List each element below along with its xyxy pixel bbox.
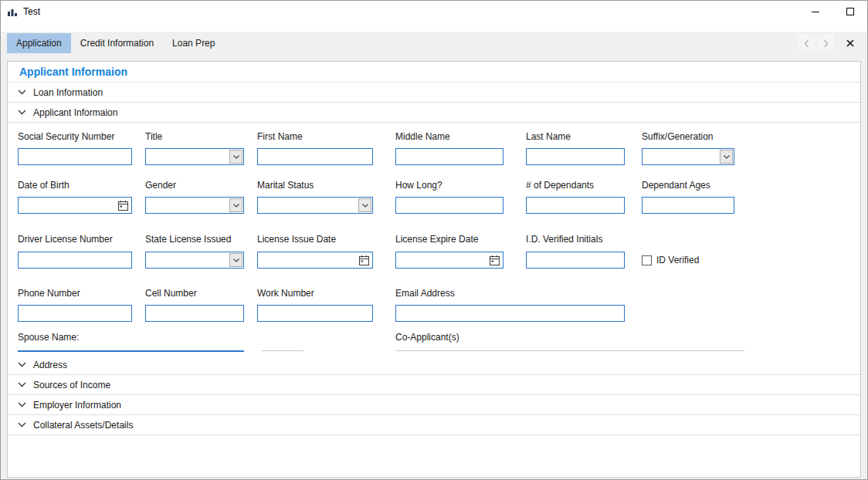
gender-select[interactable] [145, 197, 244, 214]
chevron-down-icon [18, 422, 26, 428]
social-security-number-label: Social Security Number [18, 131, 114, 142]
tab-navigation [798, 35, 860, 52]
last-name-input[interactable] [526, 148, 625, 165]
checkbox-label: ID Verified [656, 255, 699, 265]
social-security-number-input[interactable] [18, 148, 132, 165]
cell-number-input[interactable] [145, 305, 244, 322]
section-employer-information[interactable]: Employer Information [8, 395, 860, 415]
gender-label: Gender [145, 180, 176, 191]
minimize-button[interactable] [798, 1, 832, 22]
license-expire-date-label: License Expire Date [395, 234, 478, 245]
section-applicant-information[interactable]: Applicant Informaion [8, 103, 860, 123]
date-of-birth-label: Date of Birth [18, 180, 70, 191]
first-name-input[interactable] [257, 148, 373, 165]
section-loan-information[interactable]: Loan Information [8, 83, 860, 103]
panel-title-row: Applicant Informaion [8, 62, 860, 83]
calendar-icon [490, 255, 500, 265]
middle-name-input[interactable] [395, 148, 504, 165]
co-applicant-s-label: Co-Applicant(s) [395, 332, 459, 343]
co-applicant-s-underline-field[interactable] [395, 350, 744, 351]
chevron-down-icon [724, 155, 730, 159]
chevron-down-icon [233, 204, 239, 208]
state-license-issued-dropdown-button[interactable] [229, 253, 242, 267]
tab-bar: ApplicationCredit InformationLoan Prep [7, 32, 224, 55]
last-name-label: Last Name [526, 131, 571, 142]
content-panel: Applicant Informaion Loan Information Ap… [7, 61, 861, 478]
driver-license-number-input[interactable] [18, 252, 132, 269]
chevron-down-icon [233, 259, 239, 262]
section-sources-of-income[interactable]: Sources of Income [8, 375, 860, 395]
state-license-issued-label: State License Issued [145, 234, 231, 245]
cell-number-label: Cell Number [145, 288, 197, 299]
first-name-label: First Name [257, 131, 303, 142]
minimize-icon [812, 8, 819, 15]
section-label: Sources of Income [33, 380, 110, 390]
page-title: Applicant Informaion [19, 66, 127, 78]
title-label: Title [145, 131, 162, 142]
title-bar: Test [1, 1, 867, 22]
section-label: Collateral Assets/Details [33, 420, 133, 431]
marital-status-select[interactable] [257, 197, 373, 214]
i-d-verified-initials-input[interactable] [526, 252, 625, 269]
marital-status-dropdown-button[interactable] [358, 198, 371, 212]
work-number-input[interactable] [257, 305, 373, 322]
section-label: Address [33, 360, 67, 370]
calendar-icon [359, 255, 369, 265]
date-of-birth-calendar-button[interactable] [117, 200, 128, 211]
app-icon [6, 5, 19, 18]
section-label: Loan Information [33, 87, 103, 98]
spouse-name-underline-field[interactable] [18, 350, 244, 352]
section-address[interactable]: Address [8, 355, 860, 375]
section-collateral-assets-details[interactable]: Collateral Assets/Details [8, 415, 860, 435]
calendar-icon [118, 201, 128, 211]
tab-loan-prep[interactable]: Loan Prep [163, 33, 224, 53]
chevron-left-icon [804, 39, 809, 48]
close-tab-button[interactable] [841, 35, 860, 52]
license-issue-date-datepicker[interactable] [257, 252, 373, 269]
driver-license-number-label: Driver License Number [18, 234, 113, 245]
how-long-input[interactable] [395, 197, 504, 214]
maximize-button[interactable] [832, 1, 867, 22]
app-window: { "window": { "title": "Test" }, "tab_ba… [0, 0, 868, 480]
license-issue-date-calendar-button[interactable] [358, 255, 369, 265]
chevron-right-icon [823, 39, 829, 48]
phone-number-label: Phone Number [18, 288, 80, 299]
applicant-form: Social Security NumberTitleFirst NameMid… [8, 123, 860, 355]
chevron-down-icon [233, 155, 239, 159]
middle-name-label: Middle Name [395, 131, 450, 142]
section-label: Applicant Informaion [33, 107, 117, 118]
license-issue-date-label: License Issue Date [257, 234, 336, 245]
window-title: Test [23, 6, 40, 17]
chevron-down-icon [18, 110, 26, 115]
state-license-issued-select[interactable] [145, 252, 244, 269]
title-select[interactable] [145, 148, 244, 165]
marital-status-label: Marital Status [257, 180, 314, 191]
suffix-generation-select[interactable] [642, 148, 734, 165]
workspace: ApplicationCredit InformationLoan Prep A… [1, 32, 867, 479]
of-dependants-input[interactable] [526, 197, 625, 214]
suffix-generation-dropdown-button[interactable] [720, 150, 733, 164]
spouse-name-label: Spouse Name: [18, 332, 79, 343]
chevron-down-icon [18, 382, 26, 387]
tab-strip: ApplicationCredit InformationLoan Prep [1, 32, 867, 55]
chevron-down-icon [362, 204, 368, 208]
how-long-label: How Long? [395, 180, 442, 191]
phone-number-input[interactable] [18, 305, 132, 322]
email-address-input[interactable] [395, 305, 625, 322]
license-expire-date-calendar-button[interactable] [489, 255, 500, 265]
tab-credit-information[interactable]: Credit Information [71, 33, 163, 53]
chevron-down-icon [18, 362, 26, 367]
gender-dropdown-button[interactable] [229, 198, 242, 212]
nav-back-button[interactable] [798, 35, 815, 52]
i-d-verified-initials-label: I.D. Verified Initials [526, 234, 602, 245]
close-icon [846, 39, 854, 47]
title-dropdown-button[interactable] [229, 150, 242, 164]
partial-underline-field[interactable] [261, 350, 303, 351]
date-of-birth-datepicker[interactable] [18, 197, 132, 214]
id-verified-checkbox[interactable] [642, 255, 652, 265]
license-expire-date-datepicker[interactable] [395, 252, 504, 269]
tab-application[interactable]: Application [7, 33, 71, 53]
nav-forward-button[interactable] [817, 35, 834, 52]
dependant-ages-input[interactable] [642, 197, 734, 214]
id-verified-checkbox-field: ID Verified [642, 255, 699, 265]
